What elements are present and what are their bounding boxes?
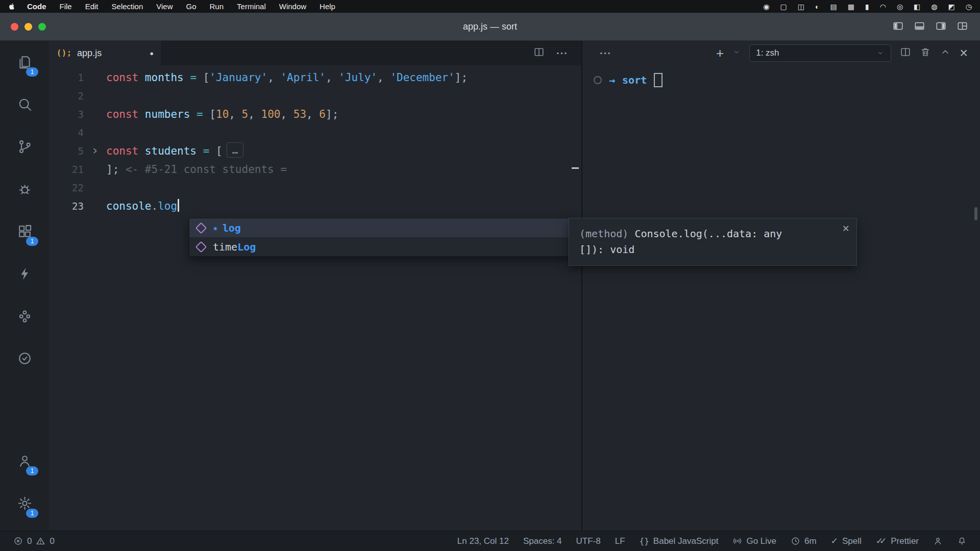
close-window-button[interactable] xyxy=(11,23,18,31)
spell-checker[interactable]: ✓ Spell xyxy=(831,536,862,546)
text-cursor xyxy=(178,199,179,212)
control-center-icon[interactable]: ◧ xyxy=(914,3,920,11)
new-terminal-icon[interactable]: + xyxy=(716,46,724,60)
status-bar-right: Ln 23, Col 12 Spaces: 4 UTF-8 LF {} Babe… xyxy=(457,536,967,546)
activity-accounts[interactable]: 1 xyxy=(0,440,49,482)
activity-source-control[interactable] xyxy=(0,126,49,168)
prettier-status[interactable]: ✓✓ Prettier xyxy=(876,536,919,546)
eol-selector[interactable]: LF xyxy=(615,536,625,546)
activity-extensions[interactable]: 1 xyxy=(0,210,49,253)
activity-thunder[interactable] xyxy=(0,253,49,295)
status-bar: 0 0 Ln 23, Col 12 Spaces: 4 UTF-8 LF {} … xyxy=(0,531,980,551)
chevron-down-icon xyxy=(876,49,885,57)
folded-code-badge[interactable]: … xyxy=(227,142,243,158)
menu-file[interactable]: File xyxy=(60,2,72,11)
bug-icon xyxy=(17,181,33,197)
menu-help[interactable]: Help xyxy=(320,2,335,11)
fold-chevron-icon[interactable]: › xyxy=(84,142,106,160)
siri-icon[interactable]: ◍ xyxy=(931,3,937,11)
suggest-label: timeLog xyxy=(213,241,256,253)
wifi-icon[interactable]: ◠ xyxy=(880,3,886,11)
person-status[interactable] xyxy=(933,536,943,546)
activity-settings[interactable]: 1 xyxy=(0,482,49,524)
tab-appjs[interactable]: (); app.js ● xyxy=(49,41,162,65)
menu-window[interactable]: Window xyxy=(279,2,306,11)
stage-manager-icon[interactable]: ◩ xyxy=(948,3,955,11)
menu-terminal[interactable]: Terminal xyxy=(237,2,266,11)
appearance-icon[interactable]: ◐ xyxy=(815,3,819,11)
code-lines: 1const months = ['January', 'April', 'Ju… xyxy=(49,65,581,215)
activity-search[interactable] xyxy=(0,83,49,126)
accounts-badge: 1 xyxy=(26,466,38,475)
split-terminal-icon[interactable] xyxy=(900,46,911,60)
cursor-position[interactable]: Ln 23, Col 12 xyxy=(457,536,509,546)
clock-icon[interactable]: ◷ xyxy=(966,3,972,11)
code-line-5[interactable]: 5›const students = [… xyxy=(49,142,581,160)
battery-icon[interactable]: ▮ xyxy=(865,3,869,11)
editor-scrollbar[interactable] xyxy=(570,65,581,531)
suggest-widget: ★logtimeLog xyxy=(189,218,570,257)
code-line-23[interactable]: 23console.log xyxy=(49,197,581,215)
toggle-sidebar-icon[interactable] xyxy=(892,20,904,34)
terminal-profile-select[interactable]: 1: zsh xyxy=(749,44,891,62)
timer-label: 6m xyxy=(804,536,817,546)
window-controls xyxy=(0,23,46,31)
code-line-2[interactable]: 2 xyxy=(49,87,581,105)
activity-run-debug[interactable] xyxy=(0,168,49,210)
code-line-21[interactable]: 21]; <- #5-21 const students = xyxy=(49,160,581,179)
customize-layout-icon[interactable] xyxy=(956,20,969,34)
close-panel-icon[interactable]: × xyxy=(960,46,968,60)
command-decoration-icon[interactable] xyxy=(594,76,602,84)
activity-extension-b[interactable] xyxy=(0,337,49,380)
go-live[interactable]: Go Live xyxy=(732,536,776,546)
line-number: 5 xyxy=(49,142,84,160)
spotlight-icon[interactable]: ◎ xyxy=(897,3,903,11)
window-manager-icon[interactable]: ▦ xyxy=(848,3,854,11)
editor-actions: ··· xyxy=(533,41,581,65)
code-line-22[interactable]: 22 xyxy=(49,179,581,197)
suggest-item-log[interactable]: ★log xyxy=(189,218,569,237)
activity-bar: 1 1 xyxy=(0,41,49,531)
zoom-window-button[interactable] xyxy=(38,23,46,31)
terminal-tabs-more-icon[interactable]: ··· xyxy=(600,48,611,58)
terminal-profile-chevron-icon[interactable] xyxy=(732,48,741,58)
encoding[interactable]: UTF-8 xyxy=(576,536,601,546)
code-line-4[interactable]: 4 xyxy=(49,123,581,142)
terminal[interactable]: → sort xyxy=(582,65,980,531)
timer[interactable]: 6m xyxy=(791,536,817,546)
notifications[interactable] xyxy=(957,536,967,546)
display-icon[interactable]: ▢ xyxy=(780,3,787,11)
menu-go[interactable]: Go xyxy=(186,2,197,11)
menu-view[interactable]: View xyxy=(156,2,173,11)
more-actions-icon[interactable]: ··· xyxy=(556,48,568,58)
modified-dot-icon[interactable]: ● xyxy=(150,49,154,57)
code-line-3[interactable]: 3const numbers = [10, 5, 100, 53, 6]; xyxy=(49,105,581,123)
editor[interactable]: 1const months = ['January', 'April', 'Ju… xyxy=(49,65,581,531)
toggle-secondary-sidebar-icon[interactable] xyxy=(935,20,947,34)
menu-code[interactable]: Code xyxy=(27,2,46,11)
suggest-item-timeLog[interactable]: timeLog xyxy=(189,237,569,256)
minimize-window-button[interactable] xyxy=(24,23,32,31)
screen-mirroring-icon[interactable]: ◉ xyxy=(763,3,769,11)
terminal-scrollbar[interactable] xyxy=(974,207,977,220)
check-icon: ✓ xyxy=(831,536,838,546)
maximize-panel-icon[interactable] xyxy=(940,46,951,60)
javascript-file-icon: (); xyxy=(57,48,72,58)
keyboard-icon[interactable]: ▤ xyxy=(830,3,837,11)
menu-run[interactable]: Run xyxy=(210,2,224,11)
kill-terminal-icon[interactable] xyxy=(920,46,931,60)
activity-explorer[interactable]: 1 xyxy=(0,41,49,83)
language-mode[interactable]: {} Babel JavaScript xyxy=(640,536,719,546)
split-editor-icon[interactable] xyxy=(533,46,545,60)
close-icon[interactable]: × xyxy=(842,222,849,234)
toggle-panel-icon[interactable] xyxy=(913,20,926,34)
problems-status[interactable]: 0 0 xyxy=(13,536,55,546)
activity-extension-a[interactable] xyxy=(0,295,49,337)
code-text xyxy=(106,87,581,105)
menu-edit[interactable]: Edit xyxy=(85,2,99,11)
apple-menu-icon[interactable] xyxy=(8,3,16,10)
menu-selection[interactable]: Selection xyxy=(112,2,143,11)
code-line-1[interactable]: 1const months = ['January', 'April', 'Ju… xyxy=(49,68,581,87)
stats-icon[interactable]: ◫ xyxy=(798,3,804,11)
indentation[interactable]: Spaces: 4 xyxy=(523,536,562,546)
